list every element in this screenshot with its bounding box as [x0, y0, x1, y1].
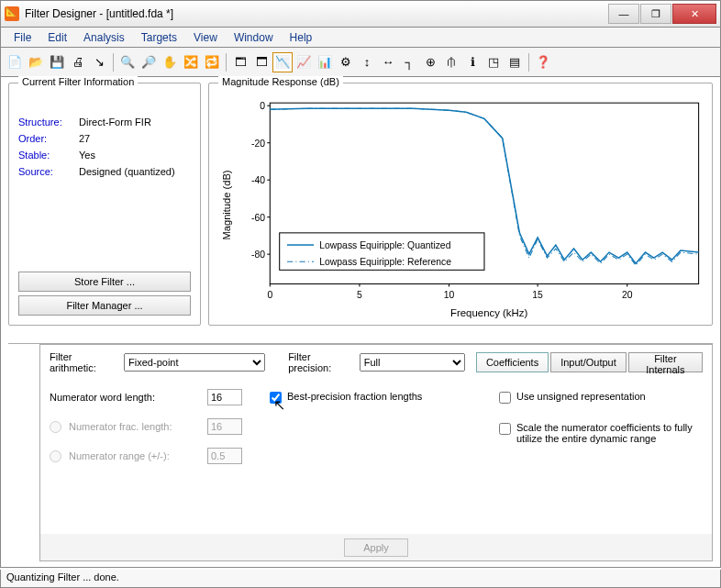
main-area: Current Filter Information Structure:Dir…	[0, 77, 721, 568]
svg-text:5: 5	[357, 290, 362, 300]
svg-text:-80: -80	[251, 250, 265, 260]
tool-a-icon[interactable]: 🔀	[181, 52, 201, 72]
response-e-icon[interactable]: ↕	[357, 52, 377, 72]
magnitude-chart: Magnitude (dB) Frequency (kHz) 0 -20 -40…	[213, 89, 708, 321]
menubar: File Edit Analysis Targets View Window H…	[0, 28, 721, 48]
filter-manager-button[interactable]: Filter Manager ...	[18, 295, 191, 316]
print-preview-icon[interactable]: ↘	[89, 52, 109, 72]
num-range-label: Numerator range (+/-):	[69, 450, 200, 461]
open-icon[interactable]: 📂	[26, 52, 46, 72]
cfi-value-source: Designed (quantized)	[79, 164, 175, 179]
mgr-legend: Magnitude Response (dB)	[218, 76, 343, 87]
cfi-label-structure: Structure:	[18, 115, 77, 129]
filter-precision-select[interactable]: Full	[360, 353, 465, 372]
window-icon[interactable]: 🗔	[230, 52, 250, 72]
response-i-icon[interactable]: ◳	[483, 52, 504, 72]
response-g-icon[interactable]: ┐	[399, 52, 419, 72]
close-button[interactable]: ✕	[672, 4, 716, 24]
num-range-input	[207, 448, 242, 464]
zoomin-icon[interactable]: 🔍	[117, 52, 138, 72]
save-icon[interactable]: 💾	[47, 52, 67, 72]
menu-targets[interactable]: Targets	[134, 29, 184, 46]
best-precision-checkbox[interactable]	[270, 392, 282, 404]
pan-icon[interactable]: ✋	[160, 52, 180, 72]
num-word-length-label: Numerator word length:	[50, 392, 200, 403]
filter-arithmetic-select[interactable]: Fixed-point	[124, 353, 265, 372]
svg-text:0: 0	[260, 101, 265, 111]
maximize-button[interactable]: ❐	[640, 4, 671, 24]
xlabel: Frequency (kHz)	[450, 307, 528, 318]
response-j-icon[interactable]: ▤	[505, 52, 525, 72]
num-word-length-input[interactable]	[207, 389, 242, 405]
cfi-table: Structure:Direct-Form FIR Order:27 Stabl…	[17, 113, 177, 181]
tab-filter-internals[interactable]: Filter Internals	[628, 352, 703, 372]
app-icon	[5, 6, 19, 21]
filter-precision-label: Filter precision:	[288, 351, 354, 373]
svg-text:20: 20	[622, 290, 633, 300]
phase-response-icon[interactable]: 📈	[294, 52, 314, 72]
mag-response-icon[interactable]: 📉	[272, 52, 293, 72]
svg-text:10: 10	[444, 290, 455, 300]
apply-button[interactable]: Apply	[344, 538, 408, 557]
num-frac-length-input	[207, 418, 242, 435]
unsigned-checkbox[interactable]	[499, 392, 511, 404]
legend-r: Lowpass Equiripple: Reference	[319, 257, 451, 267]
cfi-value-stable: Yes	[79, 148, 175, 162]
store-filter-button[interactable]: Store Filter ...	[18, 272, 191, 292]
cfi-legend: Current Filter Information	[18, 76, 138, 87]
cfi-label-source: Source:	[18, 164, 77, 179]
cfi-label-stable: Stable:	[18, 148, 77, 162]
filter-arithmetic-label: Filter arithmetic:	[50, 351, 118, 373]
svg-text:-60: -60	[251, 213, 265, 223]
window-titlebar: Filter Designer - [untitled.fda *] — ❐ ✕	[0, 0, 721, 28]
num-frac-length-radio	[50, 421, 61, 433]
quantization-panel: Filter arithmetic: Fixed-point Filter pr…	[39, 344, 713, 544]
window-title: Filter Designer - [untitled.fda *]	[25, 7, 608, 20]
svg-text:-20: -20	[251, 139, 265, 149]
response-d-icon[interactable]: ⚙	[336, 52, 356, 72]
tab-coefficients[interactable]: Coefficients	[476, 352, 549, 372]
new-icon[interactable]: 📄	[5, 52, 25, 72]
best-precision-label: Best-precision fraction lengths	[287, 391, 422, 402]
current-filter-info-panel: Current Filter Information Structure:Dir…	[8, 83, 201, 326]
menu-view[interactable]: View	[186, 29, 225, 46]
cfi-label-order: Order:	[18, 131, 77, 146]
polezero-icon[interactable]: ⊕	[420, 52, 440, 72]
svg-text:15: 15	[532, 290, 543, 300]
unsigned-label: Use unsigned representation	[516, 391, 646, 402]
scale-checkbox[interactable]	[499, 423, 511, 435]
response-c-icon[interactable]: 📊	[315, 52, 335, 72]
fullscreen-icon[interactable]: 🗖	[251, 52, 272, 72]
ylabel: Magnitude (dB)	[221, 170, 232, 239]
svg-text:0: 0	[267, 290, 272, 300]
cfi-value-order: 27	[79, 131, 175, 146]
legend-q: Lowpass Equiripple: Quantized	[319, 240, 450, 250]
lower-area: ⇆ ⇵ ▦ ⊞ ▣ ◧ ◨ ▤ Filter arithmetic: Fixed…	[8, 343, 713, 547]
help-icon[interactable]: ❓	[533, 52, 553, 72]
cfi-value-structure: Direct-Form FIR	[79, 115, 175, 129]
zoomout-icon[interactable]: 🔎	[139, 52, 159, 72]
tool-b-icon[interactable]: 🔁	[202, 52, 222, 72]
menu-analysis[interactable]: Analysis	[76, 29, 132, 46]
menu-edit[interactable]: Edit	[40, 29, 74, 46]
tab-input-output[interactable]: Input/Output	[550, 352, 627, 372]
response-f-icon[interactable]: ↔	[378, 52, 398, 72]
toolbar: 📄 📂 💾 🖨 ↘ 🔍 🔎 ✋ 🔀 🔁 🗔 🗖 📉 📈 📊 ⚙ ↕ ↔ ┐ ⊕ …	[0, 48, 721, 77]
svg-text:-40: -40	[251, 175, 265, 185]
minimize-button[interactable]: —	[608, 4, 639, 24]
info-icon[interactable]: ℹ	[462, 52, 483, 72]
menu-window[interactable]: Window	[227, 29, 281, 46]
menu-file[interactable]: File	[6, 29, 39, 46]
status-text: Quantizing Filter ... done.	[6, 571, 119, 582]
magnitude-response-panel: Magnitude Response (dB) Magnitude (dB) F…	[208, 83, 713, 326]
apply-bar: Apply	[39, 534, 713, 561]
status-bar: Quantizing Filter ... done.	[0, 570, 721, 588]
num-range-radio	[50, 450, 61, 462]
num-frac-length-label: Numerator frac. length:	[69, 421, 200, 432]
print-icon[interactable]: 🖨	[68, 52, 88, 72]
menu-help[interactable]: Help	[283, 29, 320, 46]
scale-label: Scale the numerator coefficients to full…	[516, 422, 703, 444]
response-h-icon[interactable]: ⫛	[441, 52, 461, 72]
